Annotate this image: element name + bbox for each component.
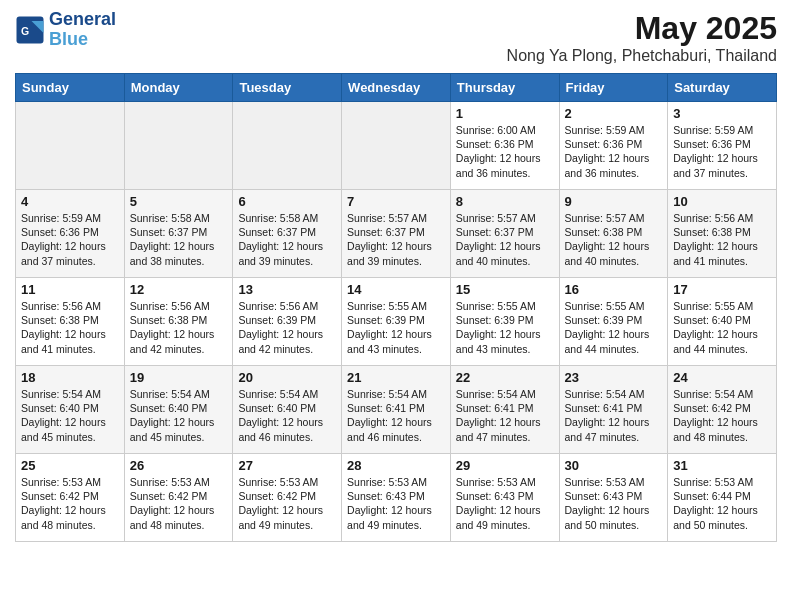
calendar-day-6: 6Sunrise: 5:58 AM Sunset: 6:37 PM Daylig… [233,190,342,278]
day-info: Sunrise: 5:59 AM Sunset: 6:36 PM Dayligh… [673,123,771,180]
calendar-day-15: 15Sunrise: 5:55 AM Sunset: 6:39 PM Dayli… [450,278,559,366]
day-number: 28 [347,458,445,473]
calendar-day-27: 27Sunrise: 5:53 AM Sunset: 6:42 PM Dayli… [233,454,342,542]
calendar-subtitle: Nong Ya Plong, Phetchaburi, Thailand [507,47,777,65]
calendar-day-31: 31Sunrise: 5:53 AM Sunset: 6:44 PM Dayli… [668,454,777,542]
day-number: 8 [456,194,554,209]
empty-day-cell [342,102,451,190]
day-number: 10 [673,194,771,209]
day-info: Sunrise: 5:53 AM Sunset: 6:42 PM Dayligh… [130,475,228,532]
day-number: 19 [130,370,228,385]
calendar-day-10: 10Sunrise: 5:56 AM Sunset: 6:38 PM Dayli… [668,190,777,278]
calendar-day-24: 24Sunrise: 5:54 AM Sunset: 6:42 PM Dayli… [668,366,777,454]
calendar-day-7: 7Sunrise: 5:57 AM Sunset: 6:37 PM Daylig… [342,190,451,278]
day-info: Sunrise: 5:57 AM Sunset: 6:37 PM Dayligh… [347,211,445,268]
calendar-day-11: 11Sunrise: 5:56 AM Sunset: 6:38 PM Dayli… [16,278,125,366]
day-info: Sunrise: 5:54 AM Sunset: 6:40 PM Dayligh… [130,387,228,444]
weekday-header-sunday: Sunday [16,74,125,102]
day-number: 18 [21,370,119,385]
day-number: 1 [456,106,554,121]
calendar-day-19: 19Sunrise: 5:54 AM Sunset: 6:40 PM Dayli… [124,366,233,454]
calendar-day-1: 1Sunrise: 6:00 AM Sunset: 6:36 PM Daylig… [450,102,559,190]
calendar-day-13: 13Sunrise: 5:56 AM Sunset: 6:39 PM Dayli… [233,278,342,366]
calendar-day-3: 3Sunrise: 5:59 AM Sunset: 6:36 PM Daylig… [668,102,777,190]
day-info: Sunrise: 5:54 AM Sunset: 6:42 PM Dayligh… [673,387,771,444]
calendar-table: SundayMondayTuesdayWednesdayThursdayFrid… [15,73,777,542]
logo-icon: G [15,15,45,45]
calendar-day-2: 2Sunrise: 5:59 AM Sunset: 6:36 PM Daylig… [559,102,668,190]
day-number: 25 [21,458,119,473]
day-info: Sunrise: 5:53 AM Sunset: 6:43 PM Dayligh… [565,475,663,532]
calendar-day-4: 4Sunrise: 5:59 AM Sunset: 6:36 PM Daylig… [16,190,125,278]
day-number: 21 [347,370,445,385]
calendar-title: May 2025 [507,10,777,47]
day-info: Sunrise: 5:58 AM Sunset: 6:37 PM Dayligh… [238,211,336,268]
day-info: Sunrise: 6:00 AM Sunset: 6:36 PM Dayligh… [456,123,554,180]
day-info: Sunrise: 5:56 AM Sunset: 6:39 PM Dayligh… [238,299,336,356]
weekday-header-wednesday: Wednesday [342,74,451,102]
day-number: 24 [673,370,771,385]
calendar-day-17: 17Sunrise: 5:55 AM Sunset: 6:40 PM Dayli… [668,278,777,366]
day-info: Sunrise: 5:53 AM Sunset: 6:42 PM Dayligh… [238,475,336,532]
day-info: Sunrise: 5:55 AM Sunset: 6:39 PM Dayligh… [565,299,663,356]
calendar-day-23: 23Sunrise: 5:54 AM Sunset: 6:41 PM Dayli… [559,366,668,454]
day-info: Sunrise: 5:53 AM Sunset: 6:43 PM Dayligh… [347,475,445,532]
weekday-header-thursday: Thursday [450,74,559,102]
day-number: 9 [565,194,663,209]
calendar-day-8: 8Sunrise: 5:57 AM Sunset: 6:37 PM Daylig… [450,190,559,278]
day-number: 5 [130,194,228,209]
svg-text:G: G [21,24,29,36]
calendar-day-28: 28Sunrise: 5:53 AM Sunset: 6:43 PM Dayli… [342,454,451,542]
day-info: Sunrise: 5:55 AM Sunset: 6:40 PM Dayligh… [673,299,771,356]
calendar-day-5: 5Sunrise: 5:58 AM Sunset: 6:37 PM Daylig… [124,190,233,278]
calendar-week-row: 11Sunrise: 5:56 AM Sunset: 6:38 PM Dayli… [16,278,777,366]
calendar-day-29: 29Sunrise: 5:53 AM Sunset: 6:43 PM Dayli… [450,454,559,542]
day-number: 4 [21,194,119,209]
calendar-day-22: 22Sunrise: 5:54 AM Sunset: 6:41 PM Dayli… [450,366,559,454]
weekday-header-tuesday: Tuesday [233,74,342,102]
day-number: 7 [347,194,445,209]
day-info: Sunrise: 5:57 AM Sunset: 6:38 PM Dayligh… [565,211,663,268]
page-header: G General Blue May 2025 Nong Ya Plong, P… [15,10,777,65]
day-info: Sunrise: 5:53 AM Sunset: 6:43 PM Dayligh… [456,475,554,532]
calendar-week-row: 25Sunrise: 5:53 AM Sunset: 6:42 PM Dayli… [16,454,777,542]
calendar-day-25: 25Sunrise: 5:53 AM Sunset: 6:42 PM Dayli… [16,454,125,542]
day-number: 22 [456,370,554,385]
day-info: Sunrise: 5:57 AM Sunset: 6:37 PM Dayligh… [456,211,554,268]
calendar-day-18: 18Sunrise: 5:54 AM Sunset: 6:40 PM Dayli… [16,366,125,454]
logo-text: General Blue [49,10,116,50]
day-info: Sunrise: 5:54 AM Sunset: 6:41 PM Dayligh… [347,387,445,444]
logo: G General Blue [15,10,116,50]
calendar-day-16: 16Sunrise: 5:55 AM Sunset: 6:39 PM Dayli… [559,278,668,366]
day-info: Sunrise: 5:59 AM Sunset: 6:36 PM Dayligh… [21,211,119,268]
day-info: Sunrise: 5:58 AM Sunset: 6:37 PM Dayligh… [130,211,228,268]
day-info: Sunrise: 5:54 AM Sunset: 6:40 PM Dayligh… [21,387,119,444]
calendar-day-30: 30Sunrise: 5:53 AM Sunset: 6:43 PM Dayli… [559,454,668,542]
day-info: Sunrise: 5:53 AM Sunset: 6:44 PM Dayligh… [673,475,771,532]
weekday-header-row: SundayMondayTuesdayWednesdayThursdayFrid… [16,74,777,102]
calendar-week-row: 1Sunrise: 6:00 AM Sunset: 6:36 PM Daylig… [16,102,777,190]
day-number: 26 [130,458,228,473]
day-info: Sunrise: 5:54 AM Sunset: 6:41 PM Dayligh… [456,387,554,444]
day-number: 2 [565,106,663,121]
day-number: 11 [21,282,119,297]
day-number: 17 [673,282,771,297]
day-number: 3 [673,106,771,121]
day-info: Sunrise: 5:59 AM Sunset: 6:36 PM Dayligh… [565,123,663,180]
weekday-header-friday: Friday [559,74,668,102]
calendar-day-21: 21Sunrise: 5:54 AM Sunset: 6:41 PM Dayli… [342,366,451,454]
day-number: 12 [130,282,228,297]
title-area: May 2025 Nong Ya Plong, Phetchaburi, Tha… [507,10,777,65]
day-number: 23 [565,370,663,385]
day-info: Sunrise: 5:55 AM Sunset: 6:39 PM Dayligh… [456,299,554,356]
weekday-header-saturday: Saturday [668,74,777,102]
weekday-header-monday: Monday [124,74,233,102]
calendar-day-12: 12Sunrise: 5:56 AM Sunset: 6:38 PM Dayli… [124,278,233,366]
day-number: 20 [238,370,336,385]
day-info: Sunrise: 5:55 AM Sunset: 6:39 PM Dayligh… [347,299,445,356]
calendar-week-row: 4Sunrise: 5:59 AM Sunset: 6:36 PM Daylig… [16,190,777,278]
day-info: Sunrise: 5:56 AM Sunset: 6:38 PM Dayligh… [673,211,771,268]
calendar-day-20: 20Sunrise: 5:54 AM Sunset: 6:40 PM Dayli… [233,366,342,454]
day-number: 14 [347,282,445,297]
day-number: 27 [238,458,336,473]
